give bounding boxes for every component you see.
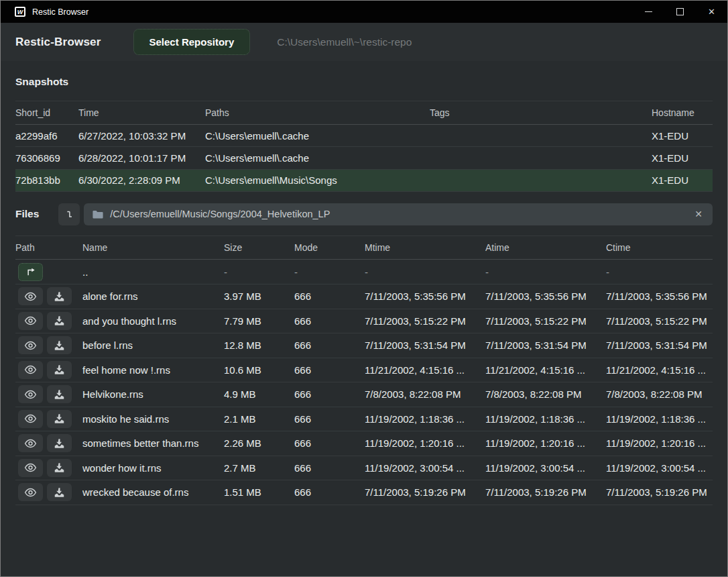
file-size: 12.8 MB bbox=[224, 339, 294, 351]
eye-icon bbox=[24, 390, 37, 399]
file-name: wonder how it.rns bbox=[82, 462, 224, 474]
file-row[interactable]: wonder how it.rns 2.7 MB 666 11/19/2002,… bbox=[15, 456, 713, 481]
close-button[interactable]: ✕ bbox=[696, 1, 727, 23]
file-mode: 666 bbox=[294, 462, 365, 474]
select-repository-button[interactable]: Select Repository bbox=[133, 29, 251, 55]
file-size: 2.1 MB bbox=[224, 413, 294, 425]
file-mode: 666 bbox=[294, 486, 365, 498]
col-mtime: Mtime bbox=[365, 242, 485, 253]
file-name: sometimes better than.rns bbox=[82, 437, 224, 449]
eye-icon bbox=[24, 292, 37, 301]
folder-icon bbox=[93, 210, 103, 219]
minimize-button[interactable] bbox=[633, 1, 664, 23]
download-icon bbox=[54, 365, 64, 374]
restore-file-button[interactable] bbox=[47, 385, 72, 403]
col-hostname: Hostname bbox=[652, 107, 713, 118]
file-size: 4.9 MB bbox=[224, 388, 294, 400]
file-ctime: 11/21/2002, 4:15:16 ... bbox=[606, 364, 713, 376]
col-time: Time bbox=[78, 107, 205, 118]
maximize-icon bbox=[676, 8, 684, 15]
snapshot-time: 6/27/2022, 10:03:32 PM bbox=[78, 130, 205, 142]
file-row[interactable]: moskito he said.rns 2.1 MB 666 11/19/200… bbox=[15, 407, 713, 432]
parent-directory-button[interactable] bbox=[18, 263, 43, 281]
snapshots-title: Snapshots bbox=[15, 76, 713, 88]
file-mtime: 7/8/2003, 8:22:08 PM bbox=[365, 388, 485, 400]
parent-name: .. bbox=[82, 266, 224, 278]
file-name: and you thought l.rns bbox=[82, 315, 224, 327]
eye-icon bbox=[24, 414, 37, 423]
file-size: 7.79 MB bbox=[224, 315, 294, 327]
snapshots-table-header: Short_id Time Paths Tags Hostname bbox=[15, 101, 713, 125]
preview-file-button[interactable] bbox=[18, 312, 43, 330]
maximize-button[interactable] bbox=[664, 1, 696, 23]
parent-mode: - bbox=[294, 266, 365, 278]
file-row[interactable]: before l.rns 12.8 MB 666 7/11/2003, 5:31… bbox=[15, 333, 713, 358]
path-level-button[interactable] bbox=[58, 203, 80, 225]
col-path: Path bbox=[15, 242, 82, 253]
download-icon bbox=[54, 439, 64, 448]
col-ctime: Ctime bbox=[606, 242, 713, 253]
col-short-id: Short_id bbox=[15, 107, 78, 118]
col-tags: Tags bbox=[430, 107, 652, 118]
restore-file-button[interactable] bbox=[47, 459, 72, 477]
col-paths: Paths bbox=[205, 107, 430, 118]
file-row[interactable]: sometimes better than.rns 2.26 MB 666 11… bbox=[15, 431, 713, 456]
up-right-arrow-icon bbox=[25, 268, 36, 276]
current-path-value: /C/Users/emuell/Music/Songs/2004_Helveti… bbox=[110, 209, 693, 219]
restore-file-button[interactable] bbox=[47, 483, 72, 501]
preview-file-button[interactable] bbox=[18, 287, 43, 305]
snapshot-row[interactable]: 72b813bb 6/30/2022, 2:28:09 PM C:\Users\… bbox=[15, 170, 713, 192]
preview-file-button[interactable] bbox=[18, 385, 43, 403]
snapshot-paths: C:\Users\emuell\Music\Songs bbox=[205, 174, 430, 186]
app-logo-icon: W bbox=[15, 7, 25, 17]
download-icon bbox=[54, 316, 64, 325]
file-name: before l.rns bbox=[82, 339, 224, 351]
file-ctime: 7/11/2003, 5:19:26 PM bbox=[606, 486, 713, 498]
preview-file-button[interactable] bbox=[18, 459, 43, 477]
file-name: wrecked because of.rns bbox=[82, 486, 224, 498]
parent-ctime: - bbox=[606, 266, 713, 278]
file-mtime: 11/19/2002, 1:20:16 ... bbox=[365, 437, 485, 449]
preview-file-button[interactable] bbox=[18, 336, 43, 354]
file-size: 2.7 MB bbox=[224, 462, 294, 474]
snapshots-section: Snapshots Short_id Time Paths Tags Hostn… bbox=[1, 61, 727, 192]
file-atime: 7/8/2003, 8:22:08 PM bbox=[485, 388, 606, 400]
restore-file-button[interactable] bbox=[47, 434, 72, 452]
current-path-input[interactable]: /C/Users/emuell/Music/Songs/2004_Helveti… bbox=[84, 203, 713, 225]
file-mtime: 7/11/2003, 5:15:22 PM bbox=[365, 315, 485, 327]
restore-file-button[interactable] bbox=[47, 312, 72, 330]
file-row[interactable]: wrecked because of.rns 1.51 MB 666 7/11/… bbox=[15, 480, 713, 505]
col-size: Size bbox=[224, 242, 294, 253]
snapshot-row[interactable]: a2299af6 6/27/2022, 10:03:32 PM C:\Users… bbox=[15, 125, 713, 147]
repository-toolbar: Restic-Browser Select Repository C:\User… bbox=[1, 23, 727, 61]
snapshot-paths: C:\Users\emuell\.cache bbox=[205, 152, 430, 164]
file-row[interactable]: Helvikone.rns 4.9 MB 666 7/8/2003, 8:22:… bbox=[15, 382, 713, 407]
file-mode: 666 bbox=[294, 315, 365, 327]
close-icon: ✕ bbox=[708, 7, 715, 17]
preview-file-button[interactable] bbox=[18, 410, 43, 428]
restore-file-button[interactable] bbox=[47, 336, 72, 354]
restore-file-button[interactable] bbox=[47, 410, 72, 428]
clear-path-button[interactable]: ✕ bbox=[693, 209, 704, 219]
file-mtime: 11/19/2002, 3:00:54 ... bbox=[365, 462, 485, 474]
snapshot-hostname: X1-EDU bbox=[652, 130, 713, 142]
restore-file-button[interactable] bbox=[47, 287, 72, 305]
eye-icon bbox=[24, 488, 37, 497]
file-row[interactable]: alone for.rns 3.97 MB 666 7/11/2003, 5:3… bbox=[15, 284, 713, 309]
file-row[interactable]: feel home now !.rns 10.6 MB 666 11/21/20… bbox=[15, 358, 713, 383]
eye-icon bbox=[24, 365, 37, 374]
preview-file-button[interactable] bbox=[18, 434, 43, 452]
file-mode: 666 bbox=[294, 291, 365, 302]
file-row[interactable]: and you thought l.rns 7.79 MB 666 7/11/2… bbox=[15, 309, 713, 334]
file-atime: 7/11/2003, 5:19:26 PM bbox=[485, 486, 606, 498]
preview-file-button[interactable] bbox=[18, 483, 43, 501]
file-mtime: 7/11/2003, 5:31:54 PM bbox=[365, 339, 485, 351]
files-table: Path Name Size Mode Mtime Atime Ctime ..… bbox=[15, 235, 713, 505]
file-atime: 11/19/2002, 1:18:36 ... bbox=[485, 413, 606, 425]
file-ctime: 11/19/2002, 1:20:16 ... bbox=[606, 437, 713, 449]
snapshot-row[interactable]: 76306869 6/28/2022, 10:01:17 PM C:\Users… bbox=[15, 147, 713, 169]
preview-file-button[interactable] bbox=[18, 361, 43, 379]
file-name: moskito he said.rns bbox=[82, 413, 224, 425]
restore-file-button[interactable] bbox=[47, 361, 72, 379]
file-ctime: 7/11/2003, 5:15:22 PM bbox=[606, 315, 713, 327]
